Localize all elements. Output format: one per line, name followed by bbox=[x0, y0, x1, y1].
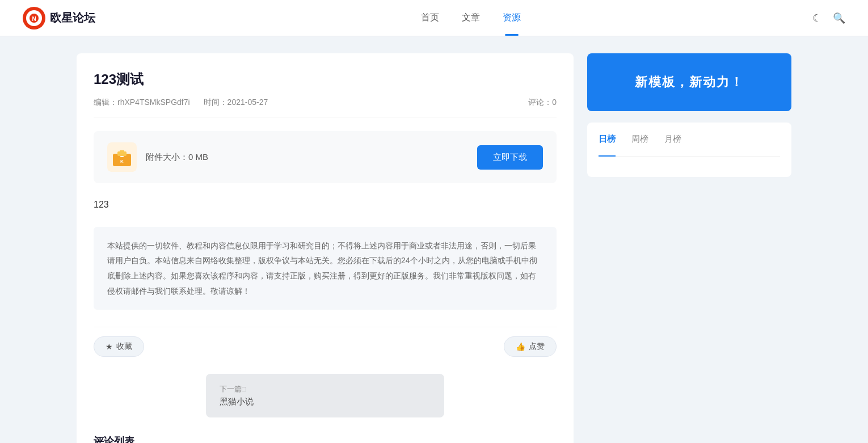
comment-title: 评论列表 bbox=[94, 434, 557, 443]
logo-text: 欧星论坛 bbox=[50, 10, 95, 26]
search-icon[interactable]: 🔍 bbox=[833, 12, 845, 24]
promo-text: 新模板，新动力！ bbox=[635, 75, 744, 89]
collect-label: 收藏 bbox=[116, 341, 132, 352]
logo[interactable]: N 欧星论坛 bbox=[23, 7, 95, 29]
editor-label: 编辑：rhXP4TSMkSPGdf7i bbox=[94, 98, 190, 108]
next-title: 黑猫小说 bbox=[220, 396, 431, 407]
package-icon: K bbox=[107, 142, 137, 172]
meta-info: 编辑：rhXP4TSMkSPGdf7i 时间：2021-05-27 评论：0 bbox=[94, 98, 557, 117]
page-title: 123测试 bbox=[94, 70, 557, 88]
ranking-tab-monthly[interactable]: 月榜 bbox=[664, 134, 681, 149]
main-nav: 首页 文章 资源 bbox=[129, 1, 812, 35]
promo-banner[interactable]: 新模板，新动力！ bbox=[587, 53, 791, 111]
like-button[interactable]: 👍 点赞 bbox=[504, 336, 557, 357]
meta-left: 编辑：rhXP4TSMkSPGdf7i 时间：2021-05-27 bbox=[94, 98, 268, 108]
time-label: 时间：2021-05-27 bbox=[204, 98, 268, 108]
nav-home[interactable]: 首页 bbox=[421, 1, 439, 35]
header-actions: ☾ 🔍 bbox=[812, 12, 845, 24]
comment-count: 评论：0 bbox=[528, 98, 557, 108]
notice-box: 本站提供的一切软件、教程和内容信息仅限用于学习和研究目的；不得将上述内容用于商业… bbox=[94, 227, 557, 310]
theme-toggle-icon[interactable]: ☾ bbox=[812, 12, 821, 24]
file-size-label: 附件大小：0 MB bbox=[146, 152, 477, 163]
content-area: 123测试 编辑：rhXP4TSMkSPGdf7i 时间：2021-05-27 … bbox=[77, 53, 574, 443]
ranking-tab-daily[interactable]: 日榜 bbox=[599, 134, 616, 149]
ranking-card: 日榜 周榜 月榜 bbox=[587, 123, 791, 177]
download-button[interactable]: 立即下载 bbox=[477, 145, 543, 170]
sidebar: 新模板，新动力！ 日榜 周榜 月榜 bbox=[587, 53, 791, 443]
next-label: 下一篇□ bbox=[220, 384, 431, 394]
main-container: 123测试 编辑：rhXP4TSMkSPGdf7i 时间：2021-05-27 … bbox=[65, 36, 803, 443]
logo-icon: N bbox=[23, 7, 45, 29]
svg-text:K: K bbox=[120, 159, 124, 164]
notice-text: 本站提供的一切软件、教程和内容信息仅限用于学习和研究目的；不得将上述内容用于商业… bbox=[107, 241, 537, 296]
ranking-tab-weekly[interactable]: 周榜 bbox=[631, 134, 648, 149]
header: N 欧星论坛 首页 文章 资源 ☾ 🔍 bbox=[0, 0, 868, 36]
thumbs-up-icon: 👍 bbox=[516, 342, 525, 351]
nav-article[interactable]: 文章 bbox=[462, 1, 480, 35]
nav-cards: 下一篇□ 黑猫小说 bbox=[94, 374, 557, 417]
next-article-card[interactable]: 下一篇□ 黑猫小说 bbox=[206, 374, 444, 417]
action-row: ★ 收藏 👍 点赞 bbox=[94, 327, 557, 357]
svg-rect-8 bbox=[120, 156, 124, 157]
svg-text:N: N bbox=[32, 16, 36, 22]
svg-rect-7 bbox=[120, 150, 124, 154]
body-text: 123 bbox=[94, 197, 557, 213]
collect-button[interactable]: ★ 收藏 bbox=[94, 336, 144, 357]
like-label: 点赞 bbox=[529, 341, 545, 352]
comment-section: 评论列表 bbox=[94, 434, 557, 443]
star-icon: ★ bbox=[106, 342, 113, 351]
nav-resource[interactable]: 资源 bbox=[503, 1, 521, 35]
ranking-tabs: 日榜 周榜 月榜 bbox=[599, 134, 780, 157]
download-card: K 附件大小：0 MB 立即下载 bbox=[94, 131, 557, 183]
